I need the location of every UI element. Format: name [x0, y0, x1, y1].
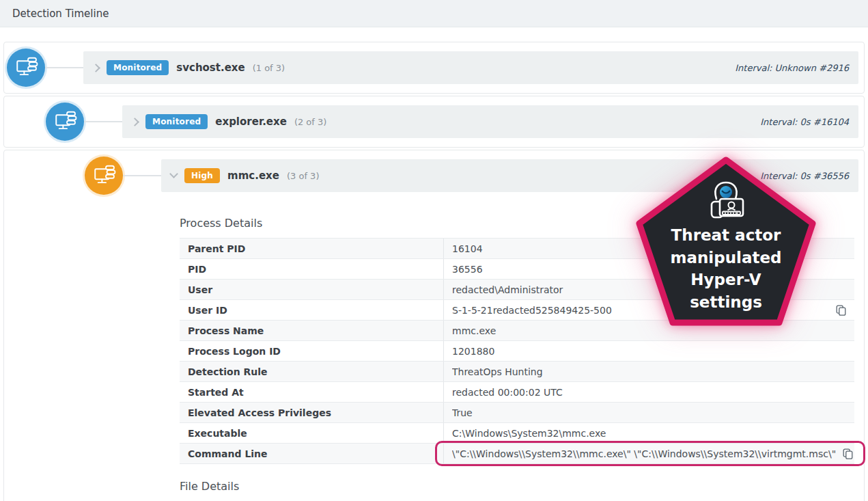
- detail-value: redacted 00:00:02 UTC: [444, 382, 854, 402]
- detail-value-text: 1201880: [452, 346, 846, 357]
- interval-label: Interval: 0s #16104: [760, 117, 849, 127]
- hacker-at-laptop-icon: [703, 180, 749, 220]
- timeline-entry-svchost: Monitored svchost.exe (1 of 3) Interval:…: [3, 42, 865, 94]
- detail-label: PID: [180, 259, 444, 279]
- detail-value-text: True: [452, 407, 846, 418]
- page-title: Detection Timeline: [12, 8, 109, 20]
- detail-row: Detection Rule ThreatOps Hunting: [180, 362, 854, 382]
- detail-value: ThreatOps Hunting: [444, 362, 854, 381]
- detail-value-text: C:\Windows\System32\mmc.exe: [452, 428, 846, 439]
- process-count: (2 of 3): [294, 117, 326, 127]
- detail-value: True: [444, 403, 854, 422]
- annotation-text: Threat actor manipulated Hyper-V setting…: [658, 224, 794, 314]
- computer-process-icon: [12, 53, 40, 82]
- process-count: (3 of 3): [287, 171, 319, 181]
- detail-label: Parent PID: [180, 239, 444, 258]
- computer-process-icon: [89, 161, 118, 190]
- detail-value-text: redacted 00:00:02 UTC: [452, 387, 846, 398]
- detail-value: 1201880: [444, 341, 854, 361]
- file-details-heading: File Details: [180, 480, 854, 493]
- status-badge: Monitored: [145, 114, 208, 129]
- copy-icon[interactable]: [836, 305, 846, 316]
- timeline-connector: [123, 175, 161, 176]
- computer-process-icon: [51, 107, 79, 136]
- detail-row: Process Logon ID 1201880: [180, 341, 854, 362]
- interval-label: Interval: Unknown #2916: [735, 63, 849, 73]
- detail-label: Executable: [180, 423, 444, 443]
- process-name: svchost.exe: [176, 62, 244, 74]
- detail-value-text: \"C:\\Windows\\System32\\mmc.exe\" \"C:\…: [452, 448, 836, 459]
- threat-annotation: Threat actor manipulated Hyper-V setting…: [634, 154, 818, 328]
- status-badge: High: [184, 168, 220, 183]
- process-node-icon: [85, 157, 123, 195]
- entry-header[interactable]: Monitored explorer.exe (2 of 3) Interval…: [122, 105, 858, 138]
- process-count: (1 of 3): [253, 63, 285, 73]
- chevron-right-icon[interactable]: [130, 118, 139, 126]
- detail-row: Started At redacted 00:00:02 UTC: [180, 382, 854, 403]
- process-node-icon: [46, 103, 84, 141]
- detail-row: Elevated Access Privileges True: [180, 403, 854, 423]
- status-badge: Monitored: [107, 60, 169, 75]
- page-header: Detection Timeline: [0, 0, 868, 27]
- detail-label: Process Name: [180, 321, 444, 340]
- detail-label: Elevated Access Privileges: [180, 403, 444, 422]
- copy-icon[interactable]: [843, 448, 853, 459]
- detail-label: Detection Rule: [180, 362, 444, 381]
- detail-label: Process Logon ID: [180, 341, 444, 361]
- detail-label: User: [180, 280, 444, 299]
- detail-label: Command Line: [180, 444, 444, 463]
- detail-label: User ID: [180, 300, 444, 320]
- timeline-connector: [45, 67, 83, 68]
- chevron-right-icon[interactable]: [92, 64, 100, 72]
- detail-value: C:\Windows\System32\mmc.exe: [444, 423, 854, 443]
- detail-value-text: ThreatOps Hunting: [452, 366, 846, 377]
- detail-row: Executable C:\Windows\System32\mmc.exe: [180, 423, 854, 444]
- timeline-entry-explorer: Monitored explorer.exe (2 of 3) Interval…: [3, 96, 865, 148]
- process-node-icon: [7, 49, 45, 87]
- process-name: mmc.exe: [227, 170, 279, 182]
- detail-value: \"C:\\Windows\\System32\\mmc.exe\" \"C:\…: [444, 444, 861, 463]
- entry-header[interactable]: Monitored svchost.exe (1 of 3) Interval:…: [83, 51, 858, 84]
- chevron-down-icon[interactable]: [169, 170, 178, 178]
- detail-row: Command Line \"C:\\Windows\\System32\\mm…: [180, 444, 854, 464]
- process-name: explorer.exe: [215, 116, 287, 128]
- timeline-connector: [84, 121, 122, 122]
- detail-label: Started At: [180, 382, 444, 402]
